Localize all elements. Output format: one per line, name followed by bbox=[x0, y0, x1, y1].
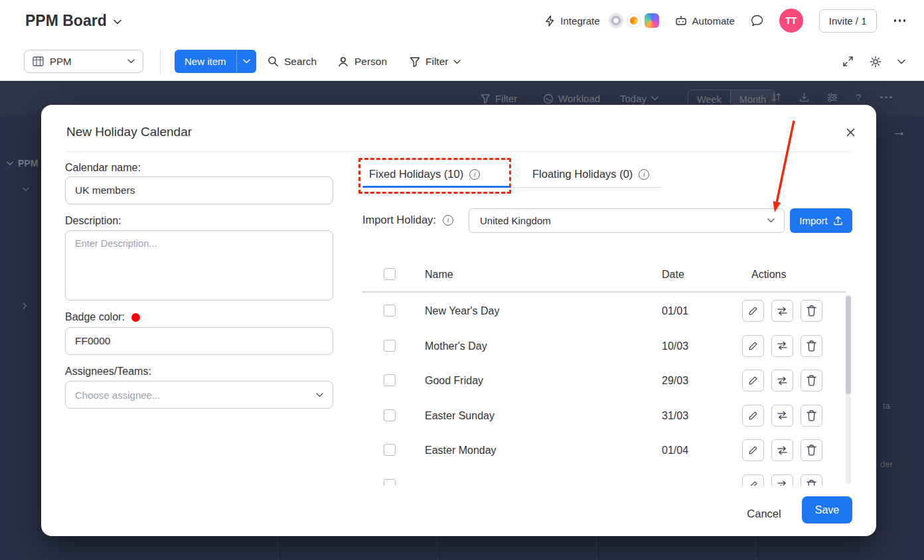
tab-fixed-holidays[interactable]: Fixed Holidays (10) bbox=[369, 168, 480, 180]
table-row: Easter Monday 01/04 bbox=[362, 433, 852, 468]
board-title-group[interactable]: PPM Board bbox=[25, 0, 121, 41]
settings-gear-icon[interactable] bbox=[870, 56, 882, 68]
person-icon bbox=[337, 56, 349, 68]
holiday-name: Mother's Day bbox=[425, 340, 487, 352]
holiday-date: 01/01 bbox=[662, 305, 688, 317]
delete-holiday-button[interactable] bbox=[801, 335, 822, 357]
assignees-label: Assignees/Teams: bbox=[65, 366, 151, 378]
badge-color-input[interactable] bbox=[65, 327, 333, 355]
automate-label: Automate bbox=[692, 15, 735, 27]
table-row: New Year's Day 01/01 bbox=[362, 293, 852, 328]
holiday-name: Good Friday bbox=[425, 375, 483, 387]
integration-app-icon-3 bbox=[645, 13, 659, 28]
integrate-icon bbox=[545, 15, 555, 27]
info-icon[interactable] bbox=[443, 215, 453, 226]
view-selector-chevron-icon bbox=[127, 59, 135, 64]
edit-holiday-button[interactable] bbox=[742, 474, 764, 486]
active-tab-underline bbox=[362, 186, 511, 188]
invite-button[interactable]: Invite / 1 bbox=[819, 9, 877, 33]
person-filter-button[interactable]: Person bbox=[337, 50, 387, 73]
delete-holiday-button[interactable] bbox=[801, 300, 822, 322]
chat-button[interactable] bbox=[751, 15, 763, 27]
filter-chevron-icon bbox=[453, 60, 461, 64]
table-scrollbar[interactable] bbox=[846, 295, 851, 484]
delete-holiday-button[interactable] bbox=[801, 439, 822, 461]
save-button[interactable]: Save bbox=[802, 496, 852, 524]
info-icon[interactable] bbox=[639, 169, 649, 180]
search-button[interactable]: Search bbox=[268, 50, 317, 73]
swap-holiday-button[interactable] bbox=[771, 474, 793, 486]
view-selector[interactable]: PPM bbox=[24, 50, 143, 73]
delete-holiday-button[interactable] bbox=[801, 474, 822, 486]
row-actions bbox=[742, 405, 822, 427]
delete-holiday-button[interactable] bbox=[801, 370, 822, 391]
new-item-label: New item bbox=[175, 50, 236, 73]
new-item-button[interactable]: New item bbox=[175, 50, 256, 73]
collapse-toolbar-chevron-icon[interactable] bbox=[897, 59, 905, 64]
user-avatar[interactable]: TT bbox=[779, 9, 803, 33]
chat-bubble-icon bbox=[751, 15, 763, 27]
table-header-divider bbox=[362, 291, 846, 293]
calendar-name-input[interactable] bbox=[65, 176, 333, 204]
search-label: Search bbox=[284, 56, 317, 68]
description-textarea[interactable] bbox=[65, 230, 333, 301]
automate-button[interactable]: Automate bbox=[675, 15, 735, 27]
integrate-button[interactable]: Integrate bbox=[545, 13, 658, 28]
row-checkbox[interactable] bbox=[384, 374, 396, 386]
row-checkbox[interactable] bbox=[384, 409, 396, 421]
fullscreen-icon[interactable] bbox=[842, 56, 854, 67]
swap-holiday-button[interactable] bbox=[771, 335, 793, 357]
view-selector-label: PPM bbox=[50, 56, 72, 67]
info-icon[interactable] bbox=[469, 169, 480, 180]
tab-floating-holidays[interactable]: Floating Holidays (0) bbox=[532, 168, 649, 180]
import-holiday-label: Import Holiday: bbox=[362, 214, 436, 226]
edit-holiday-button[interactable] bbox=[742, 439, 764, 461]
country-select[interactable]: United Kingdom bbox=[469, 208, 785, 233]
edit-holiday-button[interactable] bbox=[742, 300, 764, 322]
swap-holiday-button[interactable] bbox=[771, 439, 793, 461]
swap-holiday-button[interactable] bbox=[771, 300, 793, 322]
edit-holiday-button[interactable] bbox=[742, 370, 764, 391]
integrate-label: Integrate bbox=[560, 15, 599, 27]
assignees-select[interactable]: Choose assignee... bbox=[65, 381, 333, 409]
holiday-date: 29/03 bbox=[662, 375, 688, 387]
row-actions bbox=[742, 474, 822, 486]
automate-robot-icon bbox=[675, 15, 687, 26]
person-label: Person bbox=[354, 56, 387, 68]
board-title-chevron-icon[interactable] bbox=[114, 19, 121, 25]
row-actions bbox=[742, 300, 822, 322]
header-actions: Integrate Automate TT Invite / 1 bbox=[545, 0, 907, 41]
import-button[interactable]: Import bbox=[790, 208, 852, 233]
assignees-placeholder: Choose assignee... bbox=[75, 389, 160, 401]
table-row: Easter Sunday 31/03 bbox=[362, 398, 852, 433]
row-checkbox[interactable] bbox=[384, 340, 396, 352]
row-checkbox[interactable] bbox=[384, 444, 396, 456]
name-column-header: Name bbox=[425, 269, 453, 281]
toolbar-divider bbox=[160, 50, 161, 73]
integration-app-icons bbox=[609, 13, 659, 28]
delete-holiday-button[interactable] bbox=[801, 405, 822, 427]
header-more-options-icon[interactable] bbox=[893, 15, 907, 26]
table-scrollbar-thumb[interactable] bbox=[846, 296, 851, 394]
badge-color-label: Badge color: bbox=[65, 311, 125, 323]
table-row: Mother's Day 10/03 bbox=[362, 328, 852, 364]
board-title: PPM Board bbox=[25, 12, 107, 30]
edit-holiday-button[interactable] bbox=[742, 405, 764, 427]
upload-icon bbox=[833, 216, 843, 226]
close-icon[interactable] bbox=[840, 122, 860, 142]
row-checkbox[interactable] bbox=[384, 479, 396, 486]
holiday-date: 01/04 bbox=[662, 445, 688, 456]
select-all-checkbox[interactable] bbox=[384, 268, 396, 280]
edit-holiday-button[interactable] bbox=[742, 335, 764, 357]
new-item-chevron-icon[interactable] bbox=[236, 50, 256, 73]
import-holiday-label-group: Import Holiday: bbox=[362, 214, 453, 226]
cancel-button[interactable]: Cancel bbox=[737, 500, 791, 527]
swap-holiday-button[interactable] bbox=[771, 370, 793, 391]
filter-button[interactable]: Filter bbox=[410, 50, 461, 73]
table-view-icon bbox=[33, 56, 44, 66]
row-checkbox[interactable] bbox=[384, 305, 396, 316]
swap-holiday-button[interactable] bbox=[771, 405, 793, 427]
integration-app-icon-1 bbox=[609, 13, 623, 28]
holiday-date: 10/03 bbox=[662, 340, 688, 352]
description-label: Description: bbox=[65, 215, 121, 227]
